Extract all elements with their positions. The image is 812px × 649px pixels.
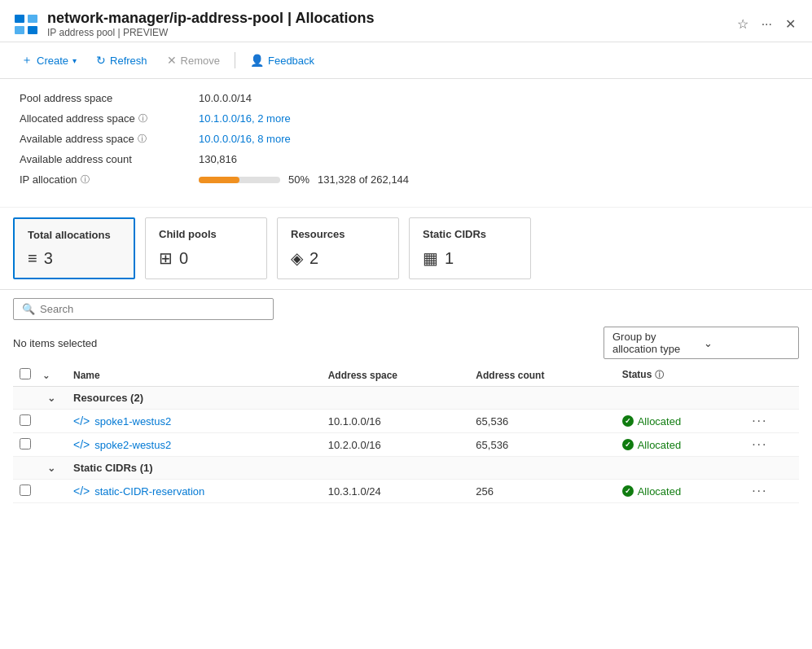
more-options-icon-0-0[interactable]: ··· — [752, 414, 767, 428]
card-resources-title: Resources — [291, 228, 385, 240]
title-actions: ☆ ··· ✕ — [734, 15, 799, 33]
row-address-count-0-0: 65,536 — [467, 410, 613, 433]
row-link-0-0[interactable]: spoke1-westus2 — [94, 415, 171, 428]
collapse-icon-1[interactable]: ⌄ — [47, 463, 55, 474]
select-all-header — [13, 364, 39, 387]
table-container: ⌄ Name Address space Address count Statu… — [13, 364, 799, 503]
row-name-0-1: </> spoke2-westus2 — [65, 433, 320, 457]
remove-button[interactable]: ✕ Remove — [159, 50, 228, 71]
row-check-0-0 — [13, 410, 39, 433]
row-link-0-1[interactable]: spoke2-westus2 — [94, 439, 171, 451]
row-status-1-0: Allocated — [614, 480, 744, 503]
available-address-space-value[interactable]: 10.0.0.0/16, 8 more — [199, 133, 291, 145]
card-total-title: Total allocations — [28, 229, 121, 241]
group-row-1: ⌄ Static CIDRs (1) — [13, 457, 799, 480]
resource-icon-1-0: </> — [73, 485, 90, 498]
create-button[interactable]: ＋ Create ▾ — [13, 49, 85, 72]
table-header-row: ⌄ Name Address space Address count Statu… — [13, 364, 799, 387]
status-info-icon[interactable]: ⓘ — [655, 370, 664, 379]
collapse-icon-0[interactable]: ⌄ — [47, 392, 55, 404]
status-label-0-1: Allocated — [638, 439, 681, 451]
svg-rect-0 — [15, 15, 24, 23]
app-icon — [13, 11, 39, 37]
status-icon-1-0 — [622, 485, 634, 497]
chevron-down-icon: ⌄ — [704, 337, 790, 349]
card-total[interactable]: Total allocations ≡ 3 — [13, 217, 135, 279]
search-box[interactable]: 🔍 — [13, 298, 274, 320]
more-options-icon-1-0[interactable]: ··· — [752, 484, 767, 498]
table-row: </> spoke2-westus2 10.2.0.0/16 65,536 Al… — [13, 433, 799, 457]
allocated-address-space-value[interactable]: 10.1.0.0/16, 2 more — [199, 112, 291, 125]
resource-icon-0-0: </> — [73, 414, 90, 428]
expand-all-header: ⌄ — [39, 364, 65, 387]
select-all-checkbox[interactable] — [20, 368, 31, 379]
group-by-select[interactable]: Group by allocation type ⌄ — [604, 327, 799, 359]
row-chevron-1-0 — [39, 480, 65, 503]
card-static[interactable]: Static CIDRs ▦ 1 — [409, 217, 531, 279]
status-label-1-0: Allocated — [638, 485, 681, 498]
group-check-1 — [13, 457, 39, 480]
page-title: network-manager/ip-address-pool | Alloca… — [47, 10, 734, 27]
ip-allocation-row: IP allocation ⓘ 50% 131,328 of 262,144 — [20, 173, 792, 186]
row-check-0-1 — [13, 433, 39, 457]
row-chevron-0-1 — [39, 433, 65, 457]
card-static-title: Static CIDRs — [423, 228, 517, 240]
status-label-0-0: Allocated — [638, 415, 681, 428]
allocated-address-space-label: Allocated address space ⓘ — [20, 112, 199, 125]
favorite-button[interactable]: ☆ — [734, 15, 752, 33]
allocated-info-icon[interactable]: ⓘ — [138, 112, 147, 125]
row-more-0-1[interactable]: ··· — [744, 433, 799, 457]
available-address-count-label: Available address count — [20, 153, 199, 165]
row-link-1-0[interactable]: static-CIDR-reservation — [94, 485, 204, 498]
expand-all-icon[interactable]: ⌄ — [42, 371, 50, 380]
more-options-icon-0-1[interactable]: ··· — [752, 437, 767, 451]
more-options-button[interactable]: ··· — [758, 15, 775, 33]
pool-address-space-row: Pool address space 10.0.0.0/14 — [20, 92, 792, 104]
available-address-space-row: Available address space ⓘ 10.0.0.0/16, 8… — [20, 133, 792, 145]
refresh-button[interactable]: ↻ Refresh — [88, 50, 156, 71]
group-row-0: ⌄ Resources (2) — [13, 387, 799, 410]
feedback-button[interactable]: 👤 Feedback — [242, 50, 323, 71]
svg-rect-3 — [28, 26, 37, 34]
row-checkbox-0-0[interactable] — [20, 414, 31, 426]
actions-column-header — [744, 364, 799, 387]
group-label-1: Static CIDRs (1) — [65, 457, 799, 480]
progress-row: 50% 131,328 of 262,144 — [199, 173, 409, 186]
available-space-info-icon[interactable]: ⓘ — [138, 133, 147, 145]
card-static-icon: ▦ — [423, 248, 438, 268]
card-resources-icon: ◈ — [291, 248, 303, 268]
group-chevron-0[interactable]: ⌄ — [39, 387, 65, 410]
row-status-0-1: Allocated — [614, 433, 744, 457]
row-checkbox-0-1[interactable] — [20, 438, 31, 449]
page-subtitle: IP address pool | PREVIEW — [47, 27, 734, 38]
card-resources[interactable]: Resources ◈ 2 — [277, 217, 399, 279]
search-input[interactable] — [40, 303, 265, 315]
group-by-label: Group by allocation type — [612, 331, 699, 355]
card-child-title: Child pools — [159, 228, 253, 240]
ip-allocation-info-icon[interactable]: ⓘ — [81, 173, 90, 186]
row-checkbox-1-0[interactable] — [20, 485, 31, 496]
name-column-header: Name — [65, 364, 320, 387]
row-address-space-1-0: 10.3.1.0/24 — [320, 480, 468, 503]
row-address-space-0-1: 10.2.0.0/16 — [320, 433, 468, 457]
row-chevron-0-0 — [39, 410, 65, 433]
chevron-down-icon: ▾ — [72, 56, 77, 65]
close-button[interactable]: ✕ — [782, 15, 799, 33]
group-check-0 — [13, 387, 39, 410]
remove-icon: ✕ — [167, 54, 177, 67]
row-more-1-0[interactable]: ··· — [744, 480, 799, 503]
title-bar: network-manager/ip-address-pool | Alloca… — [0, 0, 812, 42]
row-status-0-0: Allocated — [614, 410, 744, 433]
group-chevron-1[interactable]: ⌄ — [39, 457, 65, 480]
row-name-0-0: </> spoke1-westus2 — [65, 410, 320, 433]
toolbar-separator — [235, 52, 235, 68]
search-icon: 🔍 — [22, 303, 35, 315]
resource-icon-0-1: </> — [73, 438, 90, 451]
address-space-column-header: Address space — [320, 364, 468, 387]
svg-rect-1 — [28, 15, 37, 23]
cards-section: Total allocations ≡ 3 Child pools ⊞ 0 Re… — [0, 208, 812, 290]
row-more-0-0[interactable]: ··· — [744, 410, 799, 433]
card-child[interactable]: Child pools ⊞ 0 — [145, 217, 267, 279]
info-panel: Pool address space 10.0.0.0/14 Allocated… — [0, 79, 812, 208]
row-name-1-0: </> static-CIDR-reservation — [65, 480, 320, 503]
